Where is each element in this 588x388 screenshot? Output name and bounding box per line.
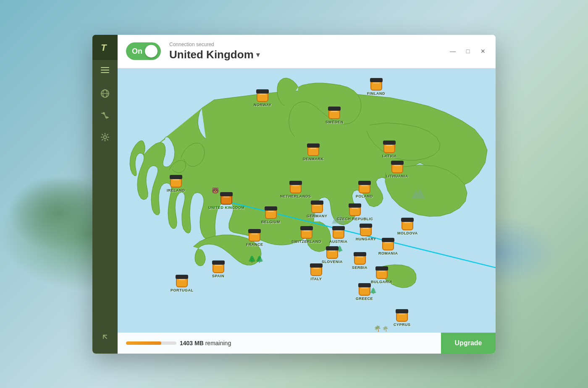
pin-label-denmark: DENMARK	[303, 157, 324, 161]
pin-label-spain: SPAIN	[212, 274, 224, 278]
pin-label-serbia: SERBIA	[352, 266, 368, 270]
pin-label-italy: ITALY	[310, 277, 322, 281]
data-label: remaining	[205, 340, 231, 346]
pin-finland[interactable]: FINLAND	[367, 80, 385, 96]
svg-text:🌴: 🌴	[374, 325, 381, 332]
app-window: T	[92, 35, 496, 354]
svg-text:T: T	[101, 42, 107, 53]
pin-sweden[interactable]: SWEDEN	[326, 108, 344, 124]
pin-italy[interactable]: ITALY	[310, 265, 322, 281]
title-bar: On Connection secured United Kingdom ▾ —…	[118, 35, 496, 68]
pin-greece[interactable]: GREECE	[356, 285, 373, 301]
svg-text:🌲: 🌲	[248, 255, 256, 263]
pin-label-belgium: BELGIUM	[261, 220, 280, 224]
connection-status: Connection secured	[169, 42, 260, 47]
pin-label-uk: UNITED KINGDOM	[208, 206, 245, 210]
pin-label-netherlands: NETHERLANDS	[280, 194, 311, 198]
pin-label-norway: NORWAY	[254, 103, 272, 107]
pin-label-austria: AUSTRIA	[329, 240, 348, 244]
vpn-toggle[interactable]: On	[126, 42, 161, 60]
pin-lithuania[interactable]: LITHUANIA	[386, 162, 408, 178]
upgrade-button[interactable]: Upgrade	[441, 333, 496, 354]
pin-bulgaria[interactable]: BULGARIA	[371, 268, 393, 284]
window-controls: — □ ✕	[449, 47, 487, 55]
pin-label-poland: POLAND	[356, 194, 373, 198]
pin-poland[interactable]: POLAND	[356, 182, 373, 198]
pin-czech[interactable]: CZECH REPUBLIC	[337, 205, 373, 221]
svg-point-6	[104, 135, 107, 138]
toggle-knob	[145, 45, 158, 57]
pin-germany[interactable]: GERMANY	[307, 202, 328, 218]
sidebar: T	[92, 35, 118, 354]
svg-text:🌴: 🌴	[382, 326, 388, 332]
pin-label-slovenia: SLOVENIA	[322, 260, 343, 264]
pin-ireland[interactable]: IRELAND	[167, 177, 185, 193]
main-content: On Connection secured United Kingdom ▾ —…	[118, 35, 496, 354]
sidebar-item-map[interactable]	[92, 83, 118, 104]
sidebar-navigation	[92, 83, 118, 327]
pin-label-latvia: LATVIA	[382, 154, 397, 158]
pin-norway[interactable]: NORWAY	[254, 91, 272, 107]
data-progress-bar	[126, 341, 176, 345]
country-chevron-icon: ▾	[256, 51, 260, 59]
pin-label-greece: GREECE	[356, 297, 373, 301]
hamburger-icon	[101, 67, 109, 73]
pin-label-czech: CZECH REPUBLIC	[337, 217, 373, 221]
pin-belgium[interactable]: BELGIUM	[261, 208, 280, 224]
app-logo: T	[92, 35, 118, 60]
pin-spain[interactable]: SPAIN	[212, 262, 224, 278]
hamburger-menu[interactable]	[92, 60, 118, 80]
data-progress-fill	[126, 341, 161, 345]
pin-hungary[interactable]: HUNGARY	[356, 225, 376, 241]
pin-label-portugal: PORTUGAL	[171, 288, 194, 292]
pin-serbia[interactable]: SERBIA	[352, 254, 368, 270]
sidebar-collapse-button[interactable]	[92, 327, 118, 347]
connection-info: Connection secured United Kingdom ▾	[169, 42, 260, 61]
bottom-bar: 1403 MB remaining Upgrade	[118, 333, 496, 354]
pin-cyprus[interactable]: CYPRUS	[394, 311, 411, 327]
sidebar-item-settings[interactable]	[92, 127, 118, 147]
svg-text:🌲: 🌲	[255, 255, 264, 263]
sidebar-item-routing[interactable]	[92, 105, 118, 125]
pin-label-cyprus: CYPRUS	[394, 323, 411, 327]
pin-netherlands[interactable]: NETHERLANDS	[280, 182, 311, 198]
pin-moldova[interactable]: MOLDOVA	[397, 219, 418, 235]
pin-latvia[interactable]: LATVIA	[382, 142, 397, 158]
pin-france[interactable]: FRANCE	[246, 231, 263, 247]
close-button[interactable]: ✕	[479, 47, 487, 55]
pin-label-ireland: IRELAND	[167, 188, 185, 193]
selected-country[interactable]: United Kingdom ▾	[169, 48, 260, 61]
pin-label-france: FRANCE	[246, 242, 263, 247]
pin-label-lithuania: LITHUANIA	[386, 174, 408, 178]
toggle-label: On	[132, 47, 142, 56]
pin-slovenia[interactable]: SLOVENIA	[322, 248, 343, 264]
pin-label-hungary: HUNGARY	[356, 237, 376, 241]
pin-switzerland[interactable]: SWITZERLAND	[291, 228, 321, 244]
pin-label-germany: GERMANY	[307, 214, 328, 218]
pin-romania[interactable]: ROMANIA	[378, 240, 398, 255]
map-area: 🌲 🌲 🌲 🌲 🌴 🌴	[118, 68, 496, 354]
data-amount: 1403 MB	[180, 340, 204, 346]
pin-label-sweden: SWEDEN	[326, 120, 344, 124]
pin-austria[interactable]: AUSTRIA	[329, 228, 348, 244]
pin-label-bulgaria: BULGARIA	[371, 280, 393, 284]
pin-label-switzerland: SWITZERLAND	[291, 240, 321, 244]
pin-label-romania: ROMANIA	[378, 251, 398, 255]
data-text: 1403 MB remaining	[180, 340, 231, 346]
minimize-button[interactable]: —	[449, 47, 457, 55]
data-remaining-section: 1403 MB remaining	[118, 333, 441, 354]
pin-label-moldova: MOLDOVA	[397, 231, 418, 235]
pin-portugal[interactable]: PORTUGAL	[171, 276, 194, 292]
maximize-button[interactable]: □	[464, 47, 472, 55]
pin-denmark[interactable]: DENMARK	[303, 145, 324, 161]
pin-uk[interactable]: UNITED KINGDOM 🐻	[208, 194, 245, 210]
pin-label-finland: FINLAND	[367, 91, 385, 96]
